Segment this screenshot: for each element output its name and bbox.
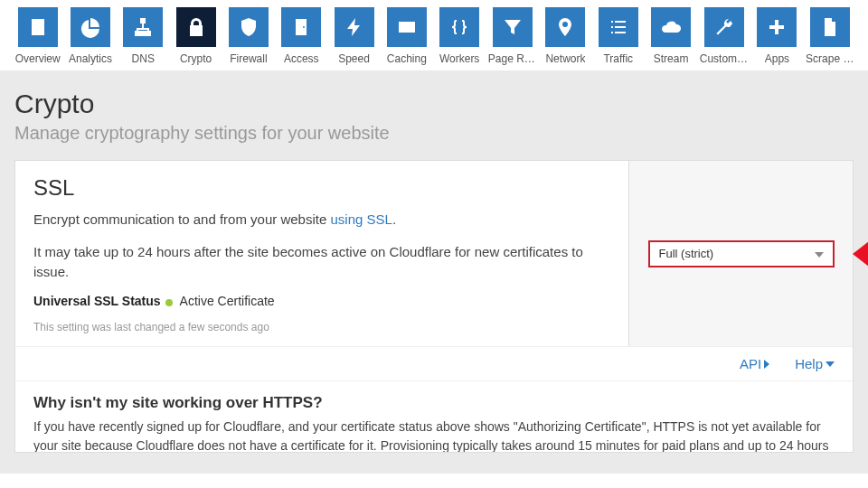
nav-item-dns[interactable]: DNS (120, 7, 166, 65)
ssl-card: SSL Encrypt communication to and from yo… (14, 160, 854, 453)
nav-label: Page Rules (488, 52, 537, 65)
api-link[interactable]: API (740, 356, 769, 371)
nav-label: Analytics (69, 52, 112, 65)
top-nav: OverviewAnalyticsDNSCryptoFirewallAccess… (0, 0, 868, 70)
nav-label: Firewall (230, 52, 267, 65)
faq-body: If you have recently signed up for Cloud… (33, 418, 835, 452)
nav-label: Custom ... (700, 52, 749, 65)
nav-item-crypto[interactable]: Crypto (173, 7, 219, 65)
funnel-icon (493, 7, 533, 47)
nav-label: Workers (439, 52, 479, 65)
ssl-intro-pre: Encrypt communication to and from your w… (33, 211, 330, 227)
arrow-head-icon (853, 234, 868, 274)
nav-item-caching[interactable]: Caching (383, 7, 429, 65)
braces-icon (439, 7, 479, 47)
ssl-status-row: Universal SSL Status Active Certificate (33, 294, 610, 308)
faq-section: Why isn't my site working over HTTPS? If… (15, 380, 853, 452)
ssl-card-left: SSL Encrypt communication to and from yo… (15, 161, 628, 346)
nav-item-stream[interactable]: Stream (647, 7, 693, 65)
bolt-icon (335, 7, 374, 47)
cloud-icon (651, 7, 691, 47)
nav-item-scrape-s-[interactable]: Scrape S... (807, 7, 854, 65)
nav-item-custom-[interactable]: Custom ... (701, 7, 748, 65)
using-ssl-link[interactable]: using SSL (330, 211, 392, 227)
nav-label: Traffic (603, 52, 633, 65)
ssl-last-changed: This setting was last changed a few seco… (33, 321, 610, 333)
nav-item-network[interactable]: Network (542, 7, 589, 65)
door-icon (281, 7, 321, 47)
help-link[interactable]: Help (795, 356, 835, 371)
nav-item-page-rules[interactable]: Page Rules (489, 7, 536, 65)
nav-label: Crypto (180, 52, 212, 65)
nav-item-analytics[interactable]: Analytics (67, 7, 113, 65)
pie-icon (71, 7, 110, 47)
sitemap-icon (123, 7, 163, 47)
ssl-note: It may take up to 24 hours after the sit… (33, 242, 610, 282)
nav-item-apps[interactable]: Apps (754, 7, 800, 65)
nav-item-access[interactable]: Access (278, 7, 325, 65)
ssl-intro: Encrypt communication to and from your w… (33, 210, 610, 230)
plus-icon (757, 7, 797, 47)
nav-label: Speed (338, 52, 370, 65)
lock-icon (176, 7, 216, 47)
nav-label: Apps (765, 52, 789, 65)
nav-item-speed[interactable]: Speed (331, 7, 377, 65)
nav-item-traffic[interactable]: Traffic (595, 7, 641, 65)
shield-icon (229, 7, 269, 47)
page-subtitle: Manage cryptography settings for your we… (14, 123, 854, 144)
ssl-status-value: Active Certificate (180, 294, 275, 308)
file-icon (810, 7, 850, 47)
nav-item-overview[interactable]: Overview (14, 7, 61, 65)
nav-label: Stream (654, 52, 689, 65)
nav-label: Scrape S... (806, 52, 854, 65)
ssl-card-footer: API Help (15, 346, 853, 380)
card-icon (387, 7, 427, 47)
faq-heading: Why isn't my site working over HTTPS? (33, 394, 835, 412)
pin-icon (545, 7, 585, 47)
nav-item-firewall[interactable]: Firewall (225, 7, 271, 65)
nav-label: Overview (15, 52, 61, 65)
ssl-card-top: SSL Encrypt communication to and from yo… (15, 161, 853, 346)
ssl-mode-value: Full (strict) (659, 247, 714, 260)
ssl-heading: SSL (33, 175, 610, 201)
status-dot-icon (165, 299, 173, 306)
nav-label: DNS (132, 52, 155, 65)
caret-down-icon (826, 361, 835, 367)
content-area: Crypto Manage cryptography settings for … (0, 70, 868, 474)
annotation-arrow (853, 234, 868, 274)
ssl-intro-post: . (392, 211, 396, 227)
caret-right-icon (764, 360, 769, 369)
ssl-card-right: Full (strict) (628, 161, 853, 346)
list-icon (599, 7, 638, 47)
ssl-status-label: Universal SSL Status (33, 294, 161, 308)
nav-label: Network (545, 52, 585, 65)
ssl-mode-select[interactable]: Full (strict) (648, 240, 835, 267)
document-icon (18, 7, 58, 47)
nav-label: Access (284, 52, 319, 65)
nav-label: Caching (387, 52, 427, 65)
page-title: Crypto (14, 89, 854, 119)
nav-item-workers[interactable]: Workers (437, 7, 483, 65)
wrench-icon (704, 7, 744, 47)
